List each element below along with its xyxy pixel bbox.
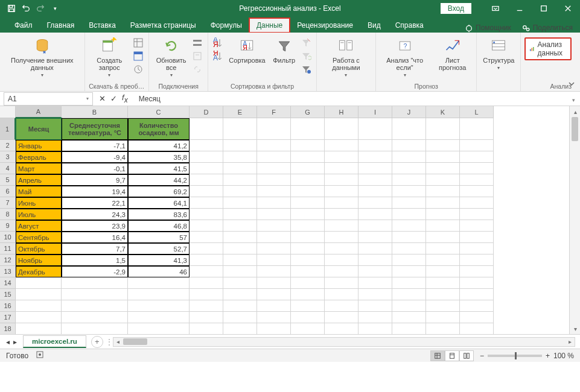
cell[interactable]	[359, 312, 392, 323]
cell[interactable]	[190, 186, 223, 197]
cell[interactable]	[62, 300, 128, 312]
cell[interactable]	[257, 254, 291, 266]
cell[interactable]	[16, 323, 62, 334]
cell[interactable]: 1,5	[62, 254, 128, 266]
cell[interactable]	[223, 243, 257, 254]
cell[interactable]	[392, 151, 426, 163]
tab-file[interactable]: Файл	[7, 18, 40, 33]
cell[interactable]: 46,8	[128, 220, 190, 232]
cell[interactable]	[257, 323, 291, 334]
horizontal-scrollbar[interactable]: ◂ ▸	[113, 337, 575, 347]
cell[interactable]	[460, 118, 494, 140]
cell[interactable]	[426, 174, 460, 186]
cell[interactable]	[257, 243, 291, 254]
cell[interactable]	[291, 254, 325, 266]
cell[interactable]: Июль	[16, 209, 62, 220]
cell[interactable]	[460, 254, 494, 266]
cell[interactable]	[223, 300, 257, 312]
cell[interactable]: 64,1	[128, 197, 190, 209]
cell[interactable]	[460, 232, 494, 243]
row-header[interactable]: 10	[0, 232, 16, 243]
close-icon[interactable]	[556, 0, 580, 17]
cell[interactable]	[16, 277, 62, 289]
sheet-tab[interactable]: microexcel.ru	[23, 335, 86, 348]
row-header[interactable]: 15	[0, 289, 16, 300]
page-layout-view-button[interactable]	[445, 350, 459, 361]
row-header[interactable]: 12	[0, 254, 16, 266]
cell[interactable]: Май	[16, 186, 62, 197]
cell[interactable]	[325, 220, 359, 232]
cell[interactable]	[190, 289, 223, 300]
cell[interactable]	[325, 140, 359, 151]
cell[interactable]	[128, 277, 190, 289]
cell[interactable]	[291, 312, 325, 323]
tellme-button[interactable]: Помощник	[465, 24, 511, 33]
cell[interactable]	[325, 254, 359, 266]
filter-button[interactable]: Фильтр	[270, 35, 298, 65]
cell[interactable]	[325, 312, 359, 323]
cell[interactable]	[291, 140, 325, 151]
tab-formulas[interactable]: Формулы	[203, 18, 249, 33]
cell[interactable]	[223, 186, 257, 197]
tab-review[interactable]: Рецензирование	[290, 18, 360, 33]
scroll-up-icon[interactable]	[570, 106, 580, 117]
cell[interactable]	[291, 232, 325, 243]
cell[interactable]: 9,7	[62, 174, 128, 186]
connections-icon[interactable]	[192, 37, 204, 49]
cell[interactable]	[223, 140, 257, 151]
cell[interactable]: Апрель	[16, 174, 62, 186]
cell[interactable]: 52,7	[128, 243, 190, 254]
cell[interactable]	[359, 197, 392, 209]
row-header[interactable]: 9	[0, 220, 16, 232]
cell[interactable]	[291, 186, 325, 197]
cell[interactable]	[359, 118, 392, 140]
cell[interactable]: 44,2	[128, 174, 190, 186]
cell[interactable]: Январь	[16, 140, 62, 151]
cell[interactable]	[223, 209, 257, 220]
row-header[interactable]: 6	[0, 186, 16, 197]
cell[interactable]: 83,6	[128, 209, 190, 220]
advanced-filter-icon[interactable]	[301, 64, 313, 76]
cell[interactable]	[128, 323, 190, 334]
sheet-nav[interactable]: ◂▸	[0, 338, 23, 346]
outline-button[interactable]: Структура ▾	[480, 35, 517, 72]
cell[interactable]: 7,7	[62, 243, 128, 254]
cell[interactable]	[291, 266, 325, 277]
cell[interactable]: Август	[16, 220, 62, 232]
cell[interactable]	[426, 232, 460, 243]
cell[interactable]	[460, 197, 494, 209]
cell[interactable]	[190, 232, 223, 243]
cell[interactable]	[460, 243, 494, 254]
row-header[interactable]: 18	[0, 323, 16, 334]
cell[interactable]	[460, 323, 494, 334]
cell[interactable]: -7,1	[62, 140, 128, 151]
share-button[interactable]: Поделиться	[522, 24, 573, 33]
row-header[interactable]: 11	[0, 243, 16, 254]
new-query-button[interactable]: Создать запрос ▾	[89, 35, 130, 79]
cell[interactable]	[223, 254, 257, 266]
redo-icon[interactable]	[34, 2, 47, 15]
recent-sources-icon[interactable]	[133, 64, 145, 76]
row-header[interactable]: 3	[0, 151, 16, 163]
cell[interactable]	[460, 174, 494, 186]
cell[interactable]	[291, 243, 325, 254]
column-header[interactable]: F	[257, 106, 291, 118]
cell[interactable]	[426, 140, 460, 151]
get-external-data-button[interactable]: Получение внешних данных ▾	[4, 35, 81, 79]
cell[interactable]	[190, 243, 223, 254]
refresh-all-button[interactable]: Обновить все ▾	[153, 35, 190, 79]
row-header[interactable]: 14	[0, 277, 16, 289]
column-header[interactable]: L	[460, 106, 494, 118]
zoom-level[interactable]: 100 %	[553, 352, 574, 360]
cell[interactable]: 41,3	[128, 254, 190, 266]
cell[interactable]	[325, 197, 359, 209]
cell[interactable]	[291, 163, 325, 174]
cell[interactable]: -0,1	[62, 163, 128, 174]
cell[interactable]	[257, 300, 291, 312]
cell[interactable]	[392, 254, 426, 266]
cell[interactable]	[257, 140, 291, 151]
cell[interactable]: -2,9	[62, 266, 128, 277]
row-header[interactable]: 16	[0, 300, 16, 312]
cell[interactable]: 69,2	[128, 186, 190, 197]
cell[interactable]	[460, 312, 494, 323]
